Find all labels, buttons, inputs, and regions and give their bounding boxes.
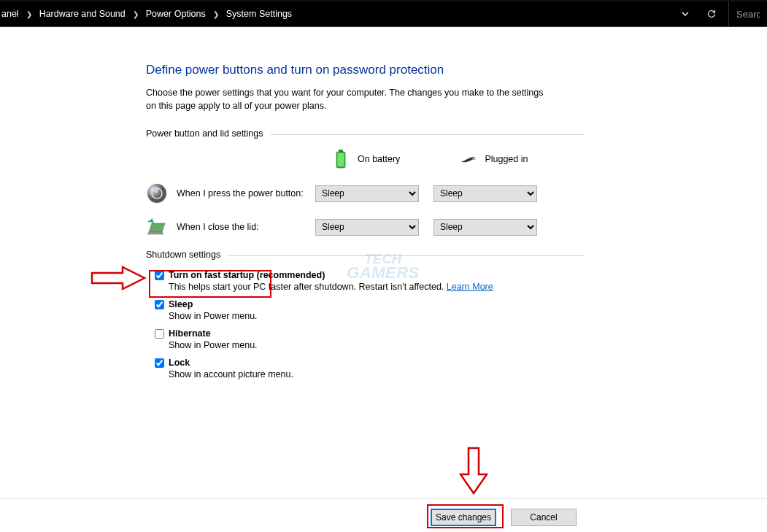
group-header-label: Shutdown settings (146, 250, 220, 260)
hibernate-desc: Show in Power menu. (169, 340, 584, 350)
lock-item: Lock Show in account picture menu. (155, 358, 584, 379)
divider (271, 134, 584, 135)
fast-startup-checkbox[interactable] (155, 271, 164, 280)
address-bar: anel ❯ Hardware and Sound ❯ Power Option… (0, 0, 767, 27)
hibernate-checkbox[interactable] (155, 329, 164, 339)
plug-icon (460, 149, 476, 169)
chevron-right-icon: ❯ (22, 10, 36, 18)
hibernate-item: Hibernate Show in Power menu. (155, 328, 584, 350)
plugged-in-label: Plugged in (485, 154, 528, 164)
group-header-shutdown: Shutdown settings (146, 250, 584, 260)
fast-startup-label[interactable]: Turn on fast startup (recommended) (169, 270, 325, 280)
fast-startup-desc: This helps start your PC faster after sh… (169, 282, 584, 292)
save-changes-button[interactable]: Save changes (431, 509, 496, 526)
lock-checkbox[interactable] (155, 358, 164, 368)
breadcrumb-item[interactable]: Hardware and Sound (39, 9, 126, 19)
page-description: Choose the power settings that you want … (146, 86, 555, 112)
svg-rect-0 (339, 150, 343, 152)
learn-more-link[interactable]: Learn More (447, 282, 493, 292)
search-box[interactable] (728, 1, 767, 26)
svg-point-6 (147, 184, 166, 203)
close-lid-label: When I close the lid: (177, 222, 315, 232)
chevron-right-icon: ❯ (128, 10, 143, 18)
fast-startup-item: Turn on fast startup (recommended) This … (155, 270, 584, 292)
footer-separator (0, 498, 767, 499)
power-button-battery-select[interactable]: Sleep (315, 185, 419, 202)
on-battery-label: On battery (358, 154, 400, 164)
shutdown-settings-list: Turn on fast startup (recommended) This … (155, 270, 584, 379)
breadcrumb-item[interactable]: System Settings (226, 9, 292, 19)
sleep-item: Sleep Show in Power menu. (155, 299, 584, 321)
svg-rect-2 (338, 153, 344, 166)
group-header-label: Power button and lid settings (146, 128, 263, 139)
close-lid-battery-select[interactable]: Sleep (315, 219, 419, 236)
chevron-right-icon: ❯ (209, 10, 223, 18)
search-input[interactable] (736, 9, 760, 20)
close-lid-plugged-select[interactable]: Sleep (433, 219, 537, 236)
sleep-label[interactable]: Sleep (169, 299, 193, 309)
cancel-button[interactable]: Cancel (511, 509, 577, 526)
power-button-icon (146, 182, 168, 204)
lock-label[interactable]: Lock (169, 358, 190, 368)
mode-header: On battery Plugged in (333, 149, 584, 169)
laptop-lid-icon (146, 216, 168, 238)
page-title: Define power buttons and turn on passwor… (146, 63, 584, 77)
annotation-arrow-down (459, 447, 488, 499)
annotation-arrow-right (90, 266, 147, 293)
on-battery-header: On battery (333, 149, 400, 169)
main-panel: Define power buttons and turn on passwor… (146, 63, 584, 387)
breadcrumb-item[interactable]: anel (1, 9, 19, 19)
power-button-plugged-select[interactable]: Sleep (433, 185, 537, 202)
plugged-in-header: Plugged in (460, 149, 528, 169)
breadcrumb[interactable]: anel ❯ Hardware and Sound ❯ Power Option… (0, 9, 292, 19)
sleep-desc: Show in Power menu. (169, 311, 584, 321)
close-lid-row: When I close the lid: Sleep Sleep (146, 216, 584, 238)
divider (228, 255, 584, 256)
svg-rect-3 (472, 157, 474, 160)
battery-icon (333, 149, 349, 169)
power-button-row: When I press the power button: Sleep Sle… (146, 182, 584, 204)
footer-buttons: Save changes Cancel (431, 509, 577, 526)
sleep-checkbox[interactable] (155, 300, 164, 309)
power-button-label: When I press the power button: (177, 188, 315, 198)
dropdown-toggle[interactable] (676, 4, 695, 23)
lock-desc: Show in account picture menu. (169, 369, 584, 379)
breadcrumb-item[interactable]: Power Options (146, 9, 206, 19)
hibernate-label[interactable]: Hibernate (169, 328, 211, 339)
refresh-icon[interactable] (702, 4, 721, 23)
group-header-power-button: Power button and lid settings (146, 128, 584, 139)
